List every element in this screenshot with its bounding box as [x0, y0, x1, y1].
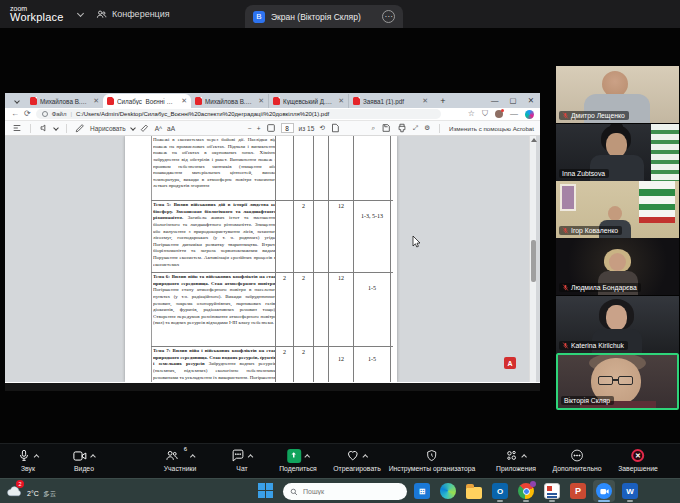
- participant-tile[interactable]: Ігор Коваленко: [556, 181, 679, 238]
- chevron-up-icon[interactable]: [363, 454, 369, 460]
- draw-button[interactable]: Нарисовать: [90, 125, 126, 132]
- profile-avatar[interactable]: [495, 110, 503, 118]
- browser-tab[interactable]: Кущевський Д.pdf ✕: [268, 94, 348, 108]
- more-button[interactable]: Дополнительно: [553, 448, 602, 472]
- settings-gear-icon[interactable]: ⚙: [424, 124, 430, 132]
- rotate-icon[interactable]: ⟲: [319, 124, 324, 132]
- chevron-up-icon[interactable]: [522, 454, 528, 460]
- mic-muted-icon: [562, 284, 569, 291]
- scroll-up-arrow-icon[interactable]: [531, 138, 537, 142]
- table-cell-value: 1-3, 5-13: [353, 201, 391, 272]
- participant-video: [609, 253, 626, 271]
- end-meeting-button[interactable]: ✕ Завершение: [618, 448, 658, 472]
- participant-tile[interactable]: Inna Zubtsova: [556, 124, 679, 181]
- tab-close-icon[interactable]: ✕: [256, 97, 264, 105]
- chrome-app-icon[interactable]: [515, 480, 537, 502]
- tab-close-icon[interactable]: ✕: [91, 97, 99, 105]
- tab-meeting[interactable]: Конференция: [96, 9, 170, 20]
- page-number-input[interactable]: [281, 123, 294, 133]
- close-button[interactable]: ✕: [528, 96, 534, 105]
- tab-more-icon[interactable]: ⋯: [382, 10, 395, 23]
- start-button[interactable]: [258, 483, 274, 499]
- video-label: Видео: [74, 465, 94, 472]
- add-text-icon[interactable]: A^: [155, 125, 162, 132]
- fit-page-icon[interactable]: [266, 123, 276, 133]
- save-icon[interactable]: [381, 123, 391, 133]
- page-view-icon[interactable]: [330, 123, 340, 133]
- powerpoint-app-icon[interactable]: P: [567, 480, 589, 502]
- apps-button[interactable]: Приложения: [496, 448, 536, 472]
- chevron-down-icon[interactable]: [130, 125, 136, 131]
- weather-widget[interactable]: 2 2°C 多云: [6, 482, 56, 500]
- chevron-up-icon[interactable]: [190, 454, 196, 460]
- scrollbar[interactable]: [529, 136, 536, 382]
- new-tab-button[interactable]: +: [437, 95, 449, 107]
- video-camera-icon: [73, 450, 87, 462]
- eraser-icon[interactable]: [140, 123, 150, 133]
- participants-button[interactable]: 6 Участники: [164, 448, 196, 472]
- video-button[interactable]: Видео: [73, 448, 95, 472]
- tab-close-icon[interactable]: ✕: [179, 97, 187, 105]
- file-explorer-icon[interactable]: [463, 480, 485, 502]
- chevron-up-icon[interactable]: [90, 454, 96, 460]
- chevron-up-icon[interactable]: [34, 454, 40, 460]
- refresh-icon[interactable]: ⟳: [24, 110, 31, 118]
- zoom-in-icon[interactable]: +: [257, 125, 261, 132]
- outlook-app-icon[interactable]: O: [489, 480, 511, 502]
- minimize-button[interactable]: —: [491, 96, 499, 105]
- participant-tile[interactable]: Дмитро Лещенко: [556, 66, 679, 123]
- share-screen-button[interactable]: Поделиться: [279, 448, 317, 472]
- tab-screen-share[interactable]: B Экран (Вікторія Скляр) ⋯: [245, 5, 403, 28]
- store-app-icon[interactable]: ⊞: [411, 480, 433, 502]
- participant-nameplate: Людмила Бондарєва: [559, 283, 641, 292]
- scrollbar-thumb[interactable]: [531, 240, 536, 282]
- highlight-text-icon[interactable]: аА: [167, 125, 175, 132]
- browser-tab-active[interactable]: Силабус_Воєнні аспекти дегра... ✕: [103, 94, 191, 108]
- contents-icon[interactable]: [12, 123, 22, 133]
- word-app-icon[interactable]: W: [619, 480, 641, 502]
- chevron-down-icon[interactable]: [77, 9, 84, 16]
- chevron-down-icon[interactable]: [53, 125, 59, 131]
- mouse-cursor: [412, 236, 421, 248]
- chevron-up-icon[interactable]: [248, 454, 254, 460]
- zoom-out-icon[interactable]: −: [248, 125, 252, 132]
- search-input[interactable]: [303, 488, 388, 495]
- participant-tile[interactable]: Katerina Kirilchuk: [556, 296, 679, 353]
- copilot-icon[interactable]: [525, 110, 534, 119]
- maximize-button[interactable]: ▢: [510, 96, 517, 105]
- tab-close-icon[interactable]: ✕: [336, 97, 344, 105]
- chevron-up-icon[interactable]: [304, 454, 310, 460]
- participant-tile[interactable]: Людмила Бондарєва: [556, 238, 679, 295]
- audio-button[interactable]: Звук: [18, 448, 39, 472]
- browser-tab[interactable]: Заява1 (1).pdf ✕: [348, 94, 432, 108]
- read-aloud-icon[interactable]: [39, 123, 49, 133]
- fullscreen-icon[interactable]: ⤢: [413, 124, 418, 132]
- participants-count-badge: 6: [184, 446, 187, 452]
- participants-icon: [165, 449, 179, 462]
- tab-close-icon[interactable]: ✕: [420, 97, 428, 105]
- reactions-button[interactable]: Отреагировать: [333, 448, 380, 472]
- favorites-star-icon[interactable]: ☆: [468, 110, 475, 118]
- search-icon[interactable]: ⌕: [371, 124, 375, 132]
- browser-tab[interactable]: Михайлова В.pdf ✕: [26, 94, 103, 108]
- acrobat-floating-button[interactable]: A: [504, 357, 516, 369]
- print-icon[interactable]: [397, 123, 407, 133]
- pdf-document-area[interactable]: Пожежі в екосистемах через бойові дії. Н…: [5, 136, 540, 382]
- zoom-meeting-window: zoom Workplace Конференция B Экран (Вікт…: [0, 0, 680, 503]
- participant-tile-active-speaker[interactable]: Вікторія Скляр: [556, 353, 679, 410]
- edge-app-icon[interactable]: [437, 480, 459, 502]
- browser-menu-icon[interactable]: —: [510, 110, 518, 118]
- taskbar-search[interactable]: [283, 483, 407, 500]
- open-in-acrobat-button[interactable]: Изменить с помощью Acrobat: [449, 125, 534, 132]
- address-url-field[interactable]: Файл | C:/Users/Admin/Desktop/Силабус_Во…: [36, 109, 441, 119]
- collections-icon[interactable]: ⛉: [482, 110, 488, 118]
- chat-button[interactable]: Чат: [232, 448, 253, 472]
- back-icon[interactable]: ←: [11, 110, 19, 118]
- browser-tab[interactable]: Михайлова В.pdf ✕: [191, 94, 268, 108]
- tab-search-icon[interactable]: [10, 95, 24, 107]
- draw-pen-icon[interactable]: [75, 123, 85, 133]
- document-app-icon[interactable]: [541, 480, 563, 502]
- host-tools-button[interactable]: Инструменты организатора: [389, 448, 476, 472]
- zoom-app-icon[interactable]: [593, 480, 615, 502]
- table-cell-value: [275, 201, 293, 272]
